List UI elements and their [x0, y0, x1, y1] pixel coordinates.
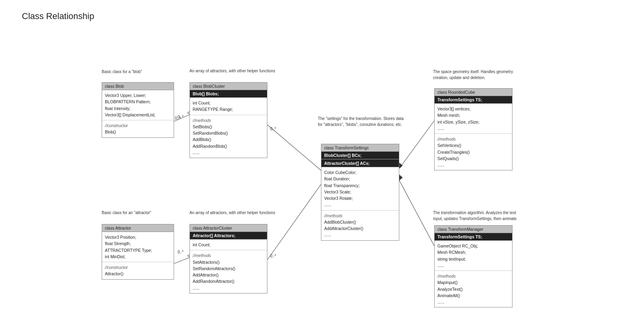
blob-field-2: BLOBPATTERN Pattern;	[105, 99, 171, 105]
ac-m1: SetAttractors()	[193, 259, 264, 265]
ts-field-1: Color CubeColor;	[324, 169, 396, 176]
ts-field-6: ......	[324, 201, 396, 208]
mult-blob-label: 0..*	[178, 115, 184, 119]
annotation-transformsettings: The "settings" for the transformation. S…	[318, 116, 405, 128]
blobcluster-highlighted: Blob[] Blobs;	[190, 90, 267, 98]
annotation-blobcluster: An array of attractors, with other helpe…	[190, 68, 275, 74]
rc-m4: ......	[437, 162, 509, 168]
blob-fields: Vector3 Upper, Lower; BLOBPATTERN Patter…	[102, 90, 174, 120]
ts-field-4: Vector3 Scale;	[324, 189, 396, 195]
tm-field-2: Mesh RCMesh;	[437, 249, 509, 255]
svg-line-5	[267, 184, 321, 260]
blobcluster-m3: AddBlob()	[193, 136, 264, 143]
attractorcluster-fields: int Count;	[190, 240, 267, 250]
class-attractorcluster: class AttractorCluster Attractor[] Attra…	[190, 224, 267, 294]
rc-methods-label: //methods	[437, 136, 509, 142]
attractor-constructor: //constructor Attractor()	[102, 262, 174, 279]
attr-field-3: ATTRACTORTYPE Type;	[105, 247, 171, 253]
attractorcluster-highlighted: Attractor[] Attractors;	[190, 232, 267, 240]
annotation-blob: Basic class for a "blob"	[102, 69, 142, 75]
blob-constructor-method: Blob()	[105, 129, 171, 135]
transformsettings-fields: Color CubeColor; float Duration; float T…	[321, 167, 399, 211]
ac-m3: AddAttractor()	[193, 272, 264, 278]
transformsettings-header: class TransformSettings	[321, 144, 399, 152]
blob-constructor: //constructor Blob()	[102, 120, 174, 137]
blobcluster-field-2: RANGETYPE Range;	[193, 106, 264, 112]
annotation-roundedcube: The space geometry itself. Handles geome…	[433, 69, 520, 81]
attr-field-1: Vector3 Position;	[105, 234, 171, 240]
blob-field-4: Vector3[] DisplacementList;	[105, 112, 171, 118]
ac-field-1: int Count;	[193, 242, 264, 248]
attractor-fields: Vector3 Position; float Strength; ATTRAC…	[102, 232, 174, 262]
annotation-attractor: Basic class for an "attractor"	[102, 210, 151, 216]
attractorcluster-methods: //methods SetAttractors() SetRandomAttra…	[190, 250, 267, 293]
transformsettings-methods: //methods AddBlobCluster() AddAttractorC…	[321, 211, 399, 240]
ac-m4: AddRandomAttractor()	[193, 278, 264, 284]
tm-methods-label: //methods	[437, 273, 509, 279]
mult-blobcluster: 0..*	[270, 127, 276, 131]
blobcluster-methods-label: //methods	[193, 117, 264, 124]
blobcluster-field-1: int Count;	[193, 100, 264, 106]
tm-field-4: ......	[437, 262, 509, 269]
transformmanager-highlighted: TransformSettings TS;	[435, 233, 512, 241]
class-transformmanager: class TransformManager TransformSettings…	[434, 225, 512, 307]
mult-attractorcluster: 0..*	[270, 254, 276, 258]
blob-field-1: Vector3 Upper, Lower;	[105, 92, 171, 99]
tm-field-3: string textInput;	[437, 256, 509, 262]
ts-field-3: float Transparency;	[324, 182, 396, 189]
attr-field-2: float Strength;	[105, 240, 171, 247]
ac-methods-label: //methods	[193, 252, 264, 259]
ac-m5: ......	[193, 285, 264, 291]
transformmanager-header: class TransformManager	[435, 226, 512, 233]
class-transformsettings: class TransformSettings BlobCluster[] BC…	[321, 144, 399, 241]
blobcluster-methods: //methods SetBlobs() SetRandomBlobs() Ad…	[190, 115, 267, 158]
ts-field-5: Vector3 Rotate;	[324, 195, 396, 201]
rc-field-1: Vector3[] vertices;	[437, 106, 509, 112]
class-roundedcube: class RoundedCube TransformSettings TS; …	[434, 88, 512, 170]
rc-m3: SetQuads()	[437, 155, 509, 162]
rc-m1: SetVertices()	[437, 142, 509, 149]
blob-field-3: float Intensity;	[105, 105, 171, 112]
blob-header: class Blob	[102, 83, 174, 90]
page-title: Class Relationship	[0, 0, 644, 21]
attractor-constructor-label: //constructor	[105, 264, 171, 271]
svg-line-2	[267, 125, 321, 170]
rc-field-2: Mesh mesh;	[437, 112, 509, 118]
svg-line-6	[399, 121, 434, 168]
svg-line-8	[399, 180, 434, 246]
attr-field-4: int MinDist;	[105, 253, 171, 260]
attractor-constructor-method: Attractor()	[105, 271, 171, 277]
transformsettings-highlighted2: AttractorCluster[] ACs;	[321, 159, 399, 167]
blobcluster-m5: ......	[193, 149, 264, 156]
rc-field-4: ......	[437, 125, 509, 131]
class-blob: class Blob Vector3 Upper, Lower; BLOBPAT…	[102, 82, 174, 138]
tm-m2: AnalyzeText()	[437, 286, 509, 292]
tm-field-1: GameObject RC_Obj;	[437, 243, 509, 249]
ts-m3: ......	[324, 232, 396, 238]
ts-field-2: float Duration;	[324, 176, 396, 182]
blobcluster-fields: int Count; RANGETYPE Range;	[190, 98, 267, 115]
blobcluster-m4: AddRandomBlob()	[193, 143, 264, 149]
class-attractor: class Attractor Vector3 Position; float …	[102, 224, 174, 280]
roundedcube-highlighted: TransformSettings TS;	[435, 96, 512, 104]
blob-constructor-label: //constructor	[105, 122, 171, 129]
blobcluster-m2: SetRandomBlobs()	[193, 130, 264, 136]
roundedcube-fields: Vector3[] vertices; Mesh mesh; int xSize…	[435, 104, 512, 134]
transformmanager-fields: GameObject RC_Obj; Mesh RCMesh; string t…	[435, 241, 512, 271]
roundedcube-header: class RoundedCube	[435, 89, 512, 96]
transformmanager-methods: //methods MapInput() AnalyzeText() Anima…	[435, 271, 512, 307]
rc-field-3: int xSize, ySize, zSize;	[437, 119, 509, 125]
mult-attractor: 0..*	[178, 250, 184, 254]
diagram-area: 0..* 0..* 0..* 0..* 0..* Basic class for…	[16, 29, 644, 315]
tm-m4: ......	[437, 299, 509, 305]
annotation-transformmanager: The transformation algorithm. Analyzes t…	[433, 210, 520, 222]
transformsettings-highlighted1: BlobCluster[] BCs;	[321, 152, 399, 159]
class-blobcluster: class BlobCluster Blob[] Blobs; int Coun…	[190, 82, 267, 158]
ts-methods-label: //methods	[324, 213, 396, 219]
roundedcube-methods: //methods SetVertices() CreateTriangles(…	[435, 134, 512, 170]
tm-m3: AnimateAll()	[437, 292, 509, 299]
annotation-attractorcluster: An array of attractors, with other helpe…	[190, 210, 275, 216]
blobcluster-m1: SetBlobs()	[193, 124, 264, 130]
tm-m1: MapInput()	[437, 279, 509, 286]
blobcluster-header: class BlobCluster	[190, 83, 267, 90]
